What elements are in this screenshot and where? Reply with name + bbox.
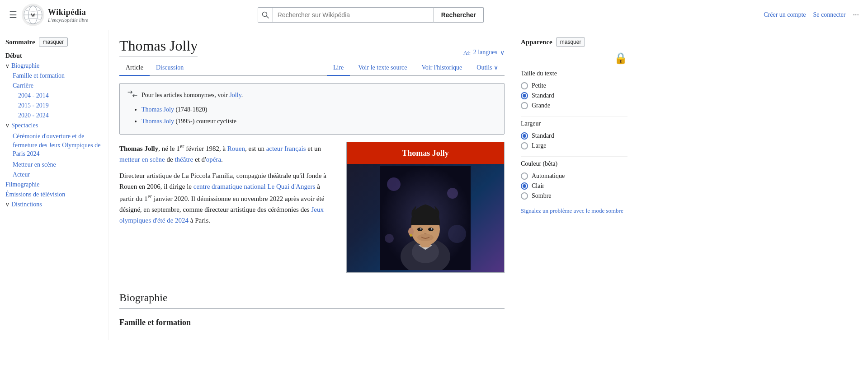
sidebar-item-spectacles[interactable]: ∨Spectacles [5,121,103,130]
svg-point-9 [387,177,401,191]
globe-svg: W [23,5,43,25]
width-standard[interactable]: Standard [521,131,627,141]
section-biographie: Biographie [119,289,505,308]
color-clair[interactable]: Clair [521,181,627,191]
sidebar-nav: Début ∨Biographie Famille et formation C… [5,51,103,210]
tab-discussion[interactable]: Discussion [150,61,190,76]
disambiguation-box: Pour les articles homonymes, voir Jolly.… [119,83,505,135]
svg-point-21 [420,228,422,230]
disambig-item-2-link[interactable]: Thomas Joly [142,118,174,125]
svg-point-10 [447,188,458,199]
para-2: Directeur artistique de La Piccola Famil… [119,170,335,226]
svg-point-11 [448,225,466,243]
color-label: Couleur (bêta) [521,160,627,168]
link-rouen[interactable]: Rouen [227,145,245,152]
tab-historique[interactable]: Voir l'historique [415,61,469,76]
text-size-standard[interactable]: Standard [521,91,627,101]
disambig-text: Pour les articles homonymes, voir Jolly. [142,90,243,100]
width-label: Largeur [521,120,627,127]
width-large-label: Large [532,142,546,149]
header-right: Créer un compte Se connecter ··· [764,10,859,20]
color-auto[interactable]: Automatique [521,171,627,181]
text-size-petite[interactable]: Petite [521,81,627,91]
sidebar-item-2015-2019[interactable]: 2015 - 2019 [5,101,103,111]
infobox: Thomas Jolly [346,142,505,273]
create-account-link[interactable]: Créer un compte [764,11,806,19]
infobox-image [347,164,504,272]
sidebar-item-biographie[interactable]: ∨Biographie [5,61,103,71]
width-large[interactable]: Large [521,141,627,151]
radio-sombre-circle [521,192,528,200]
sidebar-item-2004-2014[interactable]: 2004 - 2014 [5,91,103,101]
article-tabs: Article Discussion Lire Voir le texte so… [119,60,505,76]
radio-grande-circle [521,102,528,109]
sidebar-item-famille[interactable]: Famille et formation [5,71,103,81]
svg-point-20 [428,228,434,231]
sidebar-item-debut[interactable]: Début [5,51,103,61]
header: ☰ W Wikipédia L'encyclopédie libre [0,0,868,30]
language-link[interactable]: A 文 2 langues ∨ [462,48,505,56]
divider-2 [521,156,627,157]
text-size-label: Taille du texte [521,70,627,77]
sidebar-item-ceremonie[interactable]: Cérémonie d'ouverture et de fermeture de… [5,130,103,160]
content-area: Thomas Jolly A 文 2 langues ∨ Article Dis… [108,30,515,340]
sidebar-item-emissions[interactable]: Émissions de télévision [5,190,103,200]
sidebar-item-metteur[interactable]: Metteur en scène [5,160,103,170]
link-theatre[interactable]: théâtre [175,156,193,163]
text-size-petite-label: Petite [532,82,546,89]
link-acteur-francais[interactable]: acteur français [266,145,306,152]
page-title: Thomas Jolly [119,37,198,56]
sidebar-hide-button[interactable]: masquer [39,37,68,47]
intro-text: Thomas Jolly, né le 1er février 1982, à … [119,142,335,280]
search-input[interactable] [273,8,434,22]
appearance-hide-button[interactable]: masquer [556,37,585,47]
person-photo-svg [380,166,471,270]
text-size-standard-label: Standard [532,92,554,99]
sidebar-item-filmographie[interactable]: Filmographie [5,180,103,190]
color-options: Automatique Clair Sombre [521,171,627,201]
sidebar-header: Sommaire masquer [5,37,103,47]
sidebar-title: Sommaire [5,38,35,46]
radio-petite-circle [521,82,528,89]
link-quai-angers[interactable]: centre dramatique national Le Quai d'Ang… [193,183,316,190]
disambig-item-1-link[interactable]: Thomas Joly [142,106,174,113]
tab-outils[interactable]: Outils ∨ [470,60,505,76]
list-item: Thomas Joly (1995-) coureur cycliste [142,116,497,126]
text-size-grande[interactable]: Grande [521,101,627,111]
login-link[interactable]: Se connecter [813,11,846,19]
radio-width-large-circle [521,142,528,149]
chevron-down-icon: ∨ [500,49,505,56]
color-auto-label: Automatique [532,172,565,180]
right-panel: Apparence masquer 🔒 Taille du texte Peti… [515,30,633,340]
tab-lire[interactable]: Lire [327,61,350,76]
tab-source[interactable]: Voir le texte source [352,61,413,76]
hamburger-menu-icon[interactable]: ☰ [9,9,17,20]
link-metteur-en-scene[interactable]: metteur en scène [119,156,165,163]
more-options-icon[interactable]: ··· [853,10,859,20]
chevron-down-icon: ∨ [5,201,9,208]
search-button[interactable]: Rechercher [434,7,484,23]
tabs-right: Lire Voir le texte source Voir l'histori… [327,60,505,75]
svg-point-22 [431,228,433,230]
main-container: Sommaire masquer Début ∨Biographie Famil… [0,30,868,340]
tab-article[interactable]: Article [119,61,150,76]
sidebar-item-acteur[interactable]: Acteur [5,170,103,180]
sidebar-item-2020-2024[interactable]: 2020 - 2024 [5,111,103,121]
color-clair-label: Clair [532,182,544,190]
disambig-jolly-link[interactable]: Jolly [229,92,241,98]
chevron-down-icon: ∨ [494,64,498,71]
text-size-grande-label: Grande [532,102,550,109]
wikipedia-logo-link[interactable]: W Wikipédia L'encyclopédie libre [22,4,88,26]
language-links: A 文 2 langues ∨ [462,48,505,56]
disambig-header: Pour les articles homonymes, voir Jolly. [127,89,497,102]
chevron-down-icon: ∨ [5,63,9,70]
sidebar-item-distinctions[interactable]: ∨Distinctions [5,200,103,210]
link-opera[interactable]: opéra [206,156,221,163]
intro-section: Thomas Jolly, né le 1er février 1982, à … [119,142,505,280]
report-dark-mode-link[interactable]: Signalez un problème avec le mode sombre [521,207,623,214]
svg-point-23 [417,234,434,241]
color-sombre[interactable]: Sombre [521,191,627,201]
list-item: Thomas Joly (1748-1820) [142,105,497,115]
radio-width-standard-circle [521,132,528,140]
sidebar-item-carriere[interactable]: Carrière [5,81,103,91]
